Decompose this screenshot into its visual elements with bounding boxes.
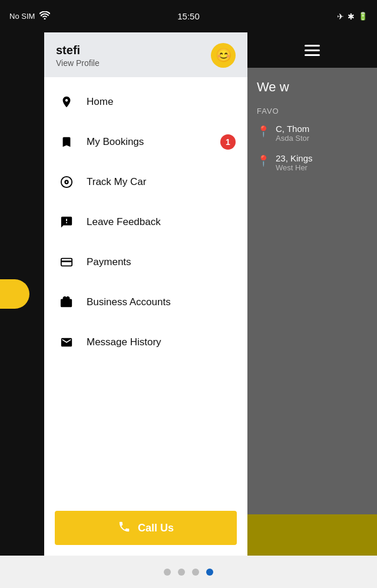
- dot-1: [164, 569, 171, 576]
- pin-icon-1: 📍: [257, 125, 270, 138]
- menu-item-feedback[interactable]: Leave Feedback: [44, 202, 247, 242]
- messages-label: Message History: [87, 336, 161, 348]
- pin-icon-2: 📍: [257, 154, 270, 167]
- drawer-header: stefi View Profile 😊: [44, 32, 247, 77]
- payments-icon: [57, 253, 76, 272]
- business-icon: [57, 293, 76, 312]
- feedback-icon: [57, 213, 76, 232]
- drawer-username: stefi: [56, 44, 100, 57]
- menu-item-payments[interactable]: Payments: [44, 242, 247, 282]
- bookings-label: My Bookings: [87, 136, 144, 148]
- right-yellow-bottom: [247, 514, 377, 556]
- dot-3: [192, 569, 199, 576]
- user-avatar[interactable]: 😊: [211, 43, 236, 68]
- right-panel-content: We w FAVO 📍 C, Thom Asda Stor 📍 23, King…: [247, 68, 377, 556]
- bookings-icon: [57, 133, 76, 151]
- bluetooth-icon: ✈: [337, 12, 344, 21]
- fav-sub-2: West Her: [276, 163, 313, 172]
- menu-item-messages[interactable]: Message History: [44, 322, 247, 362]
- hamburger-icon[interactable]: [305, 45, 320, 56]
- left-strip: [0, 32, 44, 556]
- avatar-icon: 😊: [216, 48, 232, 63]
- drawer-menu-list: Home My Bookings 1 Track My Car: [44, 77, 247, 504]
- svg-point-2: [66, 181, 68, 183]
- bookings-badge: 1: [220, 134, 236, 150]
- menu-item-bookings[interactable]: My Bookings 1: [44, 122, 247, 162]
- right-topbar: [247, 32, 377, 68]
- dot-4: [206, 569, 213, 576]
- menu-item-track[interactable]: Track My Car: [44, 162, 247, 202]
- call-us-label: Call Us: [138, 522, 174, 534]
- fav-name-2: 23, Kings: [276, 153, 313, 163]
- wifi-icon: [39, 11, 50, 21]
- fav-sub-1: Asda Stor: [276, 134, 309, 143]
- feedback-label: Leave Feedback: [87, 216, 161, 228]
- phone-icon: [118, 520, 131, 536]
- menu-item-home[interactable]: Home: [44, 82, 247, 122]
- fav-item-2: 📍 23, Kings West Her: [257, 153, 368, 172]
- view-profile-link[interactable]: View Profile: [56, 58, 100, 68]
- favorites-label: FAVO: [257, 107, 368, 115]
- call-us-button[interactable]: Call Us: [55, 511, 237, 545]
- bluetooth-icon2: ✱: [348, 12, 355, 21]
- fav-name-1: C, Thom: [276, 124, 309, 134]
- dot-2: [178, 569, 185, 576]
- menu-item-business[interactable]: Business Accounts: [44, 282, 247, 322]
- right-panel-title: We w: [257, 80, 368, 95]
- svg-rect-4: [61, 260, 72, 262]
- payments-label: Payments: [87, 256, 131, 268]
- messages-icon: [57, 333, 76, 352]
- battery-icon: 🔋: [358, 12, 368, 21]
- home-icon: [57, 93, 76, 111]
- business-label: Business Accounts: [87, 296, 171, 308]
- fav-item-1: 📍 C, Thom Asda Stor: [257, 124, 368, 143]
- track-icon: [57, 173, 76, 191]
- track-label: Track My Car: [87, 176, 146, 188]
- page-indicator: [0, 556, 377, 588]
- status-bar: No SIM 15:50 ✈ ✱ 🔋: [0, 0, 377, 32]
- yellow-circle-decoration: [0, 279, 29, 309]
- drawer-menu: stefi View Profile 😊 Home My Bookings: [44, 32, 247, 556]
- home-label: Home: [87, 96, 113, 108]
- no-sim-label: No SIM: [9, 12, 35, 21]
- time-display: 15:50: [177, 11, 200, 21]
